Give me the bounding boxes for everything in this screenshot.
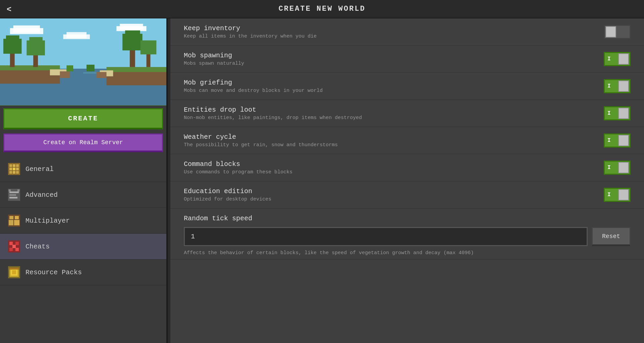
- tick-input-row: Reset: [184, 227, 631, 246]
- back-button[interactable]: <: [7, 4, 11, 14]
- setting-info: Mob spawning Mobs spawn naturally: [184, 52, 597, 66]
- toggle-on-label: I: [607, 165, 611, 171]
- setting-desc: Non-mob entities, like paintings, drop i…: [184, 115, 597, 121]
- setting-title: Mob griefing: [184, 79, 597, 87]
- svg-rect-35: [16, 164, 19, 167]
- advanced-icon: [8, 189, 20, 201]
- setting-title: Education edition: [184, 187, 597, 195]
- svg-rect-49: [9, 216, 13, 219]
- svg-rect-63: [9, 268, 19, 270]
- svg-rect-45: [9, 197, 17, 198]
- sidebar-item-multiplayer-label: Multiplayer: [25, 217, 70, 225]
- toggle-thumb: [618, 53, 629, 65]
- svg-rect-29: [97, 72, 107, 78]
- toggle-thumb: [618, 108, 629, 119]
- svg-rect-37: [13, 168, 15, 170]
- general-icon: [8, 163, 20, 175]
- svg-rect-55: [15, 242, 19, 245]
- toggle-thumb: [618, 80, 629, 92]
- setting-title: Keep inventory: [184, 24, 597, 32]
- svg-rect-47: [17, 189, 19, 191]
- mob-griefing-toggle[interactable]: I: [604, 79, 631, 93]
- svg-rect-43: [9, 191, 19, 193]
- setting-row-entities-drop-loot: Entities drop loot Non-mob entities, lik…: [170, 100, 644, 127]
- svg-rect-2: [10, 28, 43, 34]
- setting-title: Entities drop loot: [184, 106, 597, 114]
- toggle-on-label: I: [607, 83, 611, 89]
- create-button[interactable]: CREATE: [3, 108, 163, 129]
- realm-button[interactable]: Create on Realm Server: [3, 133, 163, 152]
- setting-info: Weather cycle The possibility to get rai…: [184, 133, 597, 148]
- svg-rect-58: [12, 245, 16, 248]
- setting-row-weather-cycle: Weather cycle The possibility to get rai…: [170, 127, 644, 154]
- reset-button[interactable]: Reset: [592, 227, 631, 246]
- svg-rect-41: [16, 171, 19, 174]
- svg-rect-44: [9, 194, 16, 196]
- entities-drop-loot-toggle[interactable]: I: [604, 106, 631, 120]
- command-blocks-toggle[interactable]: I: [604, 161, 631, 175]
- setting-title: Command blocks: [184, 160, 597, 168]
- keep-inventory-toggle[interactable]: I: [604, 25, 631, 39]
- setting-title: Weather cycle: [184, 133, 597, 141]
- svg-rect-31: [87, 65, 95, 71]
- svg-rect-22: [29, 37, 43, 44]
- setting-desc: Mobs spawn naturally: [184, 61, 597, 66]
- toggle-track[interactable]: I: [604, 25, 631, 39]
- svg-rect-46: [9, 189, 11, 191]
- scrollbar-divider: [168, 18, 170, 343]
- toggle-track[interactable]: I: [604, 79, 631, 93]
- setting-info: Education edition Optimized for desktop …: [184, 187, 597, 202]
- svg-rect-38: [16, 168, 19, 170]
- setting-row-mob-spawning: Mob spawning Mobs spawn naturally I: [170, 46, 644, 73]
- svg-rect-4: [63, 35, 90, 39]
- svg-rect-27: [141, 41, 157, 55]
- svg-rect-56: [9, 248, 13, 251]
- sidebar-item-resource-packs-label: Resource Packs: [25, 269, 82, 276]
- setting-row-mob-griefing: Mob griefing Mobs can move and destroy b…: [170, 73, 644, 100]
- toggle-track[interactable]: I: [604, 106, 631, 120]
- svg-rect-36: [9, 168, 12, 170]
- toggle-on-label: I: [607, 137, 611, 144]
- sidebar-item-advanced-label: Advanced: [25, 191, 58, 199]
- toggle-track[interactable]: I: [604, 133, 631, 148]
- multiplayer-icon: [8, 215, 20, 227]
- sidebar-item-resource-packs[interactable]: Resource Packs: [0, 260, 166, 285]
- sidebar-item-cheats[interactable]: Cheats: [0, 234, 166, 260]
- svg-rect-25: [125, 31, 140, 38]
- random-tick-title: Random tick speed: [184, 215, 631, 222]
- resource-packs-icon: [8, 266, 20, 278]
- setting-desc: The possibility to get rain, snow and th…: [184, 142, 597, 148]
- svg-rect-14: [106, 72, 166, 85]
- sidebar-item-general-label: General: [25, 165, 54, 173]
- random-tick-section: Random tick speed Reset Affects the beha…: [170, 209, 644, 260]
- svg-rect-57: [15, 248, 19, 251]
- sidebar-item-general[interactable]: General: [0, 156, 166, 182]
- svg-rect-40: [13, 171, 15, 174]
- svg-rect-54: [9, 242, 13, 245]
- toggle-track[interactable]: I: [604, 161, 631, 175]
- svg-rect-52: [14, 220, 19, 225]
- weather-cycle-toggle[interactable]: I: [604, 133, 631, 148]
- mob-spawning-toggle[interactable]: I: [604, 52, 631, 66]
- toggle-on-label: I: [607, 110, 611, 116]
- nav-items: General Advanced: [0, 156, 166, 343]
- setting-info: Keep inventory Keep all items in the inv…: [184, 24, 597, 39]
- svg-rect-62: [12, 270, 16, 274]
- content-area[interactable]: Keep inventory Keep all items in the inv…: [170, 18, 644, 343]
- svg-rect-19: [6, 36, 19, 42]
- toggle-track[interactable]: I: [604, 52, 631, 66]
- random-tick-desc: Affects the behavior of certain blocks, …: [184, 250, 631, 256]
- svg-rect-39: [9, 171, 12, 174]
- toggle-thumb: [618, 189, 629, 201]
- sidebar-item-advanced[interactable]: Advanced: [0, 182, 166, 208]
- sidebar-item-cheats-label: Cheats: [25, 243, 50, 250]
- sidebar: CREATE Create on Realm Server: [0, 18, 168, 343]
- cheats-icon: [8, 240, 20, 252]
- education-edition-toggle[interactable]: I: [604, 188, 631, 202]
- sidebar-item-multiplayer[interactable]: Multiplayer: [0, 208, 166, 234]
- random-tick-input[interactable]: [184, 227, 588, 246]
- toggle-track[interactable]: I: [604, 188, 631, 202]
- svg-rect-34: [13, 164, 15, 167]
- setting-desc: Use commands to program these blocks: [184, 169, 597, 175]
- toggle-thumb: [618, 162, 629, 173]
